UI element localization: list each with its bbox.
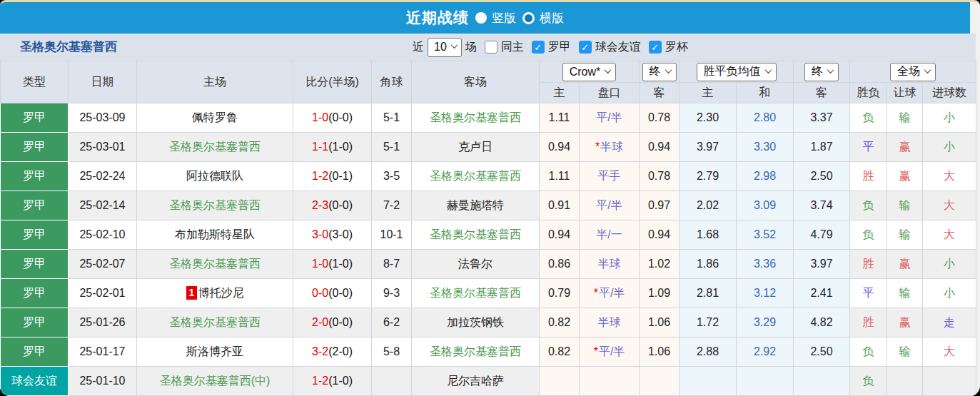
cell-result-wdl: 负: [850, 103, 887, 133]
average-select[interactable]: 胜平负均值: [697, 63, 777, 81]
header-cell-fulltime: 全场: [850, 61, 976, 83]
cell-away-team: 圣格奥尔基塞普西: [412, 337, 540, 367]
odds-company-select[interactable]: Crow*: [562, 63, 617, 81]
header-cell-company: Crow*: [540, 61, 640, 83]
cell-handicap: 半/一: [580, 220, 640, 250]
cell-handicap: 平/半: [580, 103, 640, 133]
header-cell-average: 胜平负均值: [680, 61, 794, 83]
away-team-name: 圣格奥尔基塞普西: [430, 345, 521, 357]
cell-result-handicap: 输: [887, 337, 923, 367]
score-fulltime: 3-0: [312, 228, 328, 240]
final-odds-value-1: 终: [650, 64, 661, 79]
cell-home-team: 圣格奥尔基塞普西: [137, 191, 293, 220]
recent-count-select[interactable]: 10: [428, 38, 462, 57]
score-halftime: (0-0): [328, 316, 353, 328]
cell-result-handicap: 输: [887, 279, 923, 308]
cell-result-handicap: 输: [887, 103, 923, 133]
cell-home-team: 斯洛博齐亚: [137, 337, 293, 367]
header-cell-final-2: 终: [794, 61, 850, 83]
cell-match-type: 球会友谊: [1, 367, 69, 396]
cell-score: 0-0(0-0): [293, 279, 372, 308]
cell-date: 25-01-10: [69, 367, 137, 396]
cell-score: 3-0(3-0): [293, 220, 372, 250]
col-header-wdl: 胜负: [850, 83, 887, 103]
radio-unselected-icon: [522, 12, 535, 24]
cell-corner: 10-1: [372, 220, 412, 250]
chevron-down-icon: [764, 66, 772, 73]
league-checkbox-2[interactable]: [579, 41, 592, 54]
cell-result-goals: 小: [923, 133, 976, 162]
table-row: 罗甲25-03-09佩特罗鲁1-0(0-0)5-1圣格奥尔基塞普西1.11平/半…: [1, 103, 976, 133]
cell-corner: 5-8: [372, 337, 412, 367]
cell-odds-away: 0.94: [640, 133, 680, 162]
chevron-down-icon: [665, 66, 672, 73]
home-team-name: 斯洛博齐亚: [186, 345, 243, 357]
col-header-type: 类型: [1, 61, 69, 103]
handicap-value: 平/半: [599, 345, 625, 357]
home-team-name: 佩特罗鲁: [192, 111, 238, 123]
cell-odds-home: 0.82: [540, 337, 580, 367]
cell-avg-draw: 3.12: [737, 279, 794, 308]
same-home-label: 同主: [501, 40, 524, 55]
fulltime-select-value: 全场: [897, 64, 920, 79]
final-odds-select-1[interactable]: 终: [642, 63, 677, 81]
col-header-handicap: 盘口: [580, 83, 640, 103]
cell-result-wdl: 胜: [850, 162, 887, 191]
cell-home-team: 圣格奥尔基塞普西(中): [137, 367, 293, 396]
cell-avg-home: 2.02: [680, 191, 737, 220]
layout-radio-horizontal[interactable]: 横版: [522, 10, 564, 26]
cell-away-team: 克卢日: [412, 133, 540, 162]
score-fulltime: 3-2: [312, 345, 328, 357]
league-checkbox-1[interactable]: [532, 41, 545, 54]
home-team-name: 圣格奥尔基塞普西: [169, 258, 261, 270]
cell-match-type: 罗甲: [1, 337, 69, 367]
cell-result-goals: 大: [923, 191, 976, 220]
handicap-star: *: [594, 287, 598, 299]
score-fulltime: 2-3: [312, 199, 328, 211]
table-row: 罗甲25-02-24阿拉德联队1-2(0-1)3-5圣格奥尔基塞普西1.11平手…: [1, 162, 976, 191]
cell-date: 25-03-09: [69, 103, 137, 133]
cell-avg-away: 2.41: [794, 279, 850, 308]
cell-handicap: 半球: [580, 250, 640, 279]
home-team-name: 圣格奥尔基塞普西: [169, 316, 261, 328]
away-team-name: 赫曼施塔特: [447, 199, 504, 211]
col-header-score: 比分(半场): [293, 61, 372, 103]
layout-radio-vertical[interactable]: 竖版: [475, 10, 516, 26]
cell-away-team: 尼尔吉哈萨: [412, 367, 540, 396]
home-team-name: 阿拉德联队: [186, 170, 243, 182]
recent-count-value: 10: [434, 41, 447, 54]
same-home-checkbox[interactable]: [485, 41, 497, 54]
cell-corner: 6-2: [372, 308, 412, 337]
fulltime-select[interactable]: 全场: [890, 63, 936, 81]
recent-results-panel: 近期战绩 竖版 横版 圣格奥尔基塞普西 近 10 场 同主 罗甲 球会友谊 罗杯: [0, 0, 980, 396]
col-header-avg-draw: 和: [737, 83, 794, 103]
score-fulltime: 1-0: [312, 258, 328, 270]
cell-avg-away: [794, 367, 850, 396]
final-odds-select-2[interactable]: 终: [804, 63, 839, 81]
score-halftime: (1-0): [328, 141, 353, 153]
cell-avg-home: 2.88: [680, 337, 737, 367]
cell-odds-home: 0.79: [540, 279, 580, 308]
handicap-star: *: [594, 345, 598, 357]
page-title: 近期战绩: [406, 8, 469, 28]
table-row: 球会友谊25-01-10圣格奥尔基塞普西(中)1-2(1-0)尼尔吉哈萨负: [1, 367, 976, 396]
cell-odds-home: 0.86: [540, 250, 580, 279]
handicap-value: 半球: [600, 141, 623, 153]
cell-avg-away: 3.37: [794, 103, 850, 133]
league-checkbox-3[interactable]: [649, 41, 662, 54]
cell-score: 3-2(2-0): [293, 337, 372, 367]
cell-odds-home: 0.94: [540, 133, 580, 162]
cell-result-wdl: 负: [850, 337, 887, 367]
cell-avg-away: 2.50: [794, 162, 850, 191]
score-fulltime: 1-2: [312, 375, 328, 387]
table-row: 罗甲25-01-26圣格奥尔基塞普西2-0(0-0)6-2加拉茨钢铁0.82半球…: [1, 308, 976, 337]
col-header-avg-away: 客: [794, 83, 850, 103]
cell-home-team: 圣格奥尔基塞普西: [137, 250, 293, 279]
cell-avg-draw: 3.09: [737, 191, 794, 220]
cell-avg-away: 3.97: [794, 250, 850, 279]
chevron-down-icon: [827, 66, 834, 73]
col-header-away: 客场: [412, 61, 540, 103]
horizontal-layout-label: 横版: [540, 10, 564, 26]
cell-result-wdl: 胜: [850, 250, 887, 279]
cell-corner: 5-1: [372, 103, 412, 133]
